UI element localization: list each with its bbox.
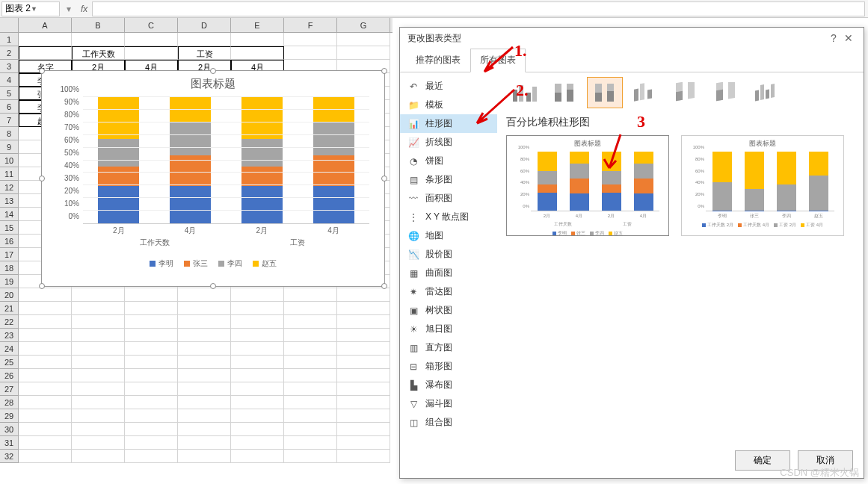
cell[interactable] [231, 382, 284, 396]
row-header[interactable]: 6 [0, 100, 19, 114]
resize-handle[interactable] [210, 68, 216, 74]
resize-handle[interactable] [210, 283, 216, 289]
cell[interactable] [337, 356, 390, 369]
tab-all-charts[interactable]: 所有图表 [470, 49, 526, 72]
bar-column[interactable] [170, 97, 211, 223]
col-header[interactable]: E [231, 18, 284, 32]
cell[interactable] [178, 382, 231, 396]
row-header[interactable]: 18 [0, 261, 19, 275]
chart-type-item[interactable]: ▣树状图 [400, 301, 497, 320]
cell[interactable] [284, 382, 337, 396]
cell[interactable] [178, 450, 231, 463]
chart-type-item[interactable]: ▤条形图 [400, 170, 497, 189]
cell[interactable] [231, 423, 284, 436]
row-header[interactable]: 15 [0, 221, 19, 235]
dialog-titlebar[interactable]: 更改图表类型 ? ✕ [400, 28, 864, 49]
cell[interactable] [125, 33, 178, 46]
row-header[interactable]: 7 [0, 114, 19, 127]
cell[interactable] [178, 436, 231, 450]
bar-segment[interactable] [170, 186, 211, 223]
row-header[interactable]: 31 [0, 436, 19, 450]
subtype-3d-stacked[interactable] [668, 77, 704, 108]
chart-type-item[interactable]: ▦曲面图 [400, 264, 497, 282]
cell[interactable] [337, 369, 390, 382]
row-header[interactable]: 19 [0, 275, 19, 288]
cell[interactable] [178, 329, 231, 342]
cell[interactable] [178, 288, 231, 302]
cell[interactable] [284, 409, 337, 423]
cell[interactable] [231, 302, 284, 315]
resize-handle[interactable] [381, 176, 387, 182]
cell[interactable] [284, 342, 337, 356]
cell[interactable] [19, 302, 72, 315]
cell[interactable] [284, 369, 337, 382]
cell[interactable] [72, 396, 125, 409]
row-header[interactable]: 25 [0, 356, 19, 369]
name-box[interactable]: 图表 2 ▼ [1, 1, 60, 16]
legend-item[interactable]: 张三 [184, 258, 208, 269]
col-header[interactable]: C [125, 18, 178, 32]
bar-column[interactable] [98, 97, 139, 223]
cell[interactable] [284, 423, 337, 436]
cell[interactable] [19, 356, 72, 369]
chart-type-item[interactable]: ☀旭日图 [400, 320, 497, 338]
cell[interactable] [337, 33, 390, 46]
cell[interactable] [337, 329, 390, 342]
cell[interactable] [337, 423, 390, 436]
cell[interactable] [178, 409, 231, 423]
cell[interactable] [125, 423, 178, 436]
row-header[interactable]: 3 [0, 60, 19, 73]
chart-type-item[interactable]: 〰面积图 [400, 189, 497, 208]
chart-type-item[interactable]: ✷雷达图 [400, 282, 497, 301]
cell[interactable] [72, 329, 125, 342]
subtype-3d-100-stacked[interactable] [708, 77, 744, 108]
cell[interactable] [337, 436, 390, 450]
cell[interactable] [72, 315, 125, 329]
row-header[interactable]: 26 [0, 369, 19, 382]
bar-segment[interactable] [170, 122, 211, 155]
cell[interactable] [19, 33, 72, 46]
cell[interactable] [231, 342, 284, 356]
cell[interactable] [337, 46, 390, 60]
row-header[interactable]: 16 [0, 235, 19, 248]
row-header[interactable]: 4 [0, 73, 19, 87]
chart-title[interactable]: 图表标题 [42, 71, 384, 97]
cell[interactable] [284, 46, 337, 60]
cell[interactable] [125, 409, 178, 423]
cell[interactable] [284, 356, 337, 369]
cell[interactable] [231, 409, 284, 423]
cell[interactable] [178, 356, 231, 369]
cell[interactable] [178, 423, 231, 436]
subtype-3d-column[interactable] [748, 77, 784, 108]
cell[interactable] [125, 302, 178, 315]
row-header[interactable]: 14 [0, 208, 19, 221]
cell[interactable] [19, 382, 72, 396]
cell[interactable] [125, 288, 178, 302]
cell[interactable] [125, 436, 178, 450]
row-header[interactable]: 27 [0, 382, 19, 396]
cell[interactable] [19, 46, 72, 60]
cell[interactable]: 工作天数 [72, 46, 125, 60]
legend-item[interactable]: 李明 [150, 258, 173, 269]
cell[interactable] [72, 356, 125, 369]
bar-segment[interactable] [313, 186, 354, 223]
name-box-dropdown-icon[interactable]: ▼ [31, 5, 56, 13]
tab-recommended[interactable]: 推荐的图表 [406, 49, 470, 72]
cell[interactable] [337, 342, 390, 356]
chart-type-item[interactable]: ▽漏斗图 [400, 394, 497, 413]
cell[interactable] [231, 33, 284, 46]
cell[interactable] [231, 288, 284, 302]
cell[interactable] [19, 436, 72, 450]
bar-segment[interactable] [241, 186, 283, 223]
bar-segment[interactable] [241, 139, 283, 167]
cell[interactable] [178, 342, 231, 356]
chart-preview-1[interactable]: 图表标题 0%20%40%60%80%100% 2月4月2月4月 工作天数 工资… [506, 135, 669, 236]
help-icon[interactable]: ? [826, 32, 841, 44]
col-header[interactable]: A [19, 18, 72, 32]
cell[interactable] [337, 396, 390, 409]
subtype-clustered-column[interactable] [506, 77, 542, 108]
chart-type-item[interactable]: 📉股价图 [400, 245, 497, 264]
bar-column[interactable] [241, 97, 283, 223]
bar-segment[interactable] [313, 122, 354, 155]
cell[interactable] [178, 302, 231, 315]
